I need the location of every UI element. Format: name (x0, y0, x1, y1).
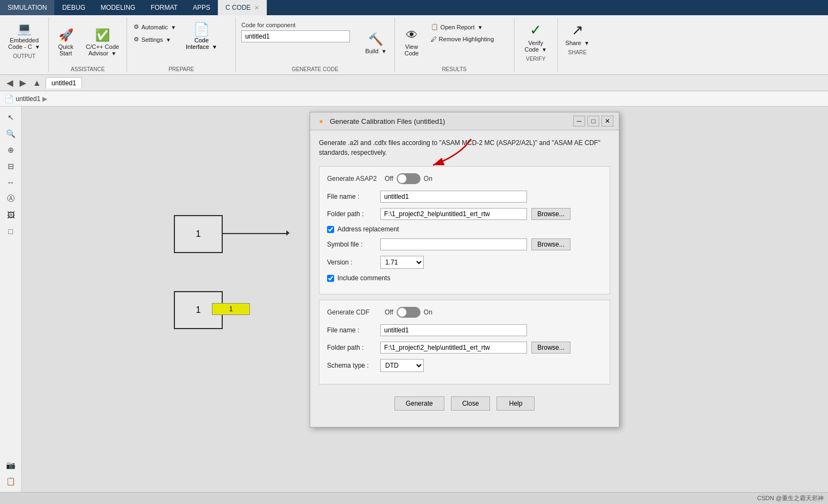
remove-highlighting-button[interactable]: 🖊 Remove Highlighting (428, 34, 498, 44)
share-button[interactable]: ↗ Share ▼ (561, 20, 594, 48)
close-dialog-button[interactable]: Close (451, 396, 491, 411)
modal-body: Generate .a2l and .cdfx files according … (310, 130, 619, 427)
address-replacement-checkbox[interactable] (327, 226, 334, 233)
menu-format[interactable]: FORMAT (143, 0, 185, 15)
build-button[interactable]: 🔨 Build ▼ (361, 20, 391, 65)
generate-code-group-label: GENERATE CODE (239, 66, 391, 72)
maximize-button[interactable]: □ (587, 116, 599, 127)
cdf-schema-type-row: Schema type : DTD XSD (327, 359, 602, 372)
share-label: Share ▼ (566, 40, 589, 46)
ribbon-group-output: 💻 EmbeddedCode - C ▼ OUTPUT (0, 17, 49, 72)
view-code-icon: 👁 (406, 28, 418, 42)
code-component-input[interactable] (241, 30, 350, 42)
breadcrumb-model-icon: 📄 (4, 94, 14, 103)
embedded-code-button[interactable]: 💻 EmbeddedCode - C ▼ (4, 20, 45, 52)
settings-label: Settings ▼ (141, 36, 171, 43)
automatic-button[interactable]: ⚙ Automatic ▼ (130, 22, 179, 32)
close-button[interactable]: ✕ (601, 116, 613, 127)
cdf-toggle-switch[interactable] (397, 307, 421, 318)
status-bar: CSDN @重生之霸天邪神 (0, 492, 828, 504)
code-component-section: Code for component (239, 20, 359, 65)
toolbar-btn-6[interactable]: Ⓐ (3, 192, 19, 205)
cdf-schema-type-select[interactable]: DTD XSD (380, 359, 424, 372)
cdf-folder-browse-button[interactable]: Browse... (531, 342, 570, 354)
up-button[interactable]: ▲ (30, 77, 43, 89)
toolbar-btn-bottom-1[interactable]: 📷 (3, 458, 19, 471)
verify-code-label: VerifyCode ▼ (524, 40, 547, 53)
settings-button[interactable]: ⚙ Settings ▼ (130, 34, 179, 45)
verify-code-button[interactable]: ✓ VerifyCode ▼ (520, 20, 551, 55)
include-comments-checkbox[interactable] (327, 275, 334, 282)
menu-c-code-label: C CODE (225, 4, 251, 11)
forward-button[interactable]: ▶ (17, 77, 28, 89)
back-button[interactable]: ◀ (4, 77, 15, 89)
generate-calibration-dialog: 🔸 Generate Calibration Files (untitled1)… (310, 112, 619, 427)
menu-debug[interactable]: DEBUG (54, 0, 93, 15)
code-interface-button[interactable]: 📄 CodeInterface ▼ (181, 20, 222, 65)
cdf-file-name-row: File name : (327, 324, 602, 336)
verify-group-label: VERIFY (526, 56, 545, 62)
quick-start-button[interactable]: 🚀 QuickStart (52, 20, 79, 65)
results-buttons: 👁 ViewCode 📋 Open Report ▼ 🖊 Remove High… (398, 20, 511, 65)
asap2-symbol-file-input[interactable] (380, 238, 527, 250)
toolbar-btn-1[interactable]: ↖ (3, 111, 19, 124)
view-code-label: ViewCode (404, 43, 418, 56)
asap2-symbol-browse-button[interactable]: Browse... (531, 238, 570, 250)
assistance-buttons: 🚀 QuickStart ✅ C/C++ CodeAdvisor ▼ (52, 20, 123, 65)
asap2-section: Generate ASAP2 Off On File name : (319, 166, 610, 294)
cdf-schema-type-label: Schema type : (327, 362, 376, 369)
modal-footer: Generate Close Help (319, 390, 610, 419)
prepare-buttons: ⚙ Automatic ▼ ⚙ Settings ▼ 📄 CodeInterfa… (130, 20, 232, 65)
open-report-label: Open Report ▼ (441, 24, 483, 30)
asap2-folder-path-input[interactable] (380, 208, 527, 220)
quick-start-label: QuickStart (58, 43, 73, 56)
menu-close-icon[interactable]: ✕ (254, 4, 259, 11)
address-replacement-label[interactable]: Address replacement (337, 225, 399, 233)
cdf-file-name-label: File name : (327, 326, 376, 334)
share-group-label: SHARE (568, 49, 587, 55)
menu-modeling[interactable]: MODELING (93, 0, 143, 15)
settings-icon: ⚙ (134, 36, 139, 43)
nav-tab-untitled1[interactable]: untitled1 (46, 77, 82, 89)
asap2-toggle-row: Generate ASAP2 Off On (327, 173, 602, 184)
prepare-group-label: PREPARE (130, 66, 232, 72)
breadcrumb-path[interactable]: untitled1 (16, 95, 40, 103)
toolbar-btn-4[interactable]: ⊟ (3, 160, 19, 173)
help-button[interactable]: Help (497, 396, 535, 411)
asap2-file-name-row: File name : (327, 191, 602, 203)
left-toolbar: ↖ 🔍 ⊕ ⊟ ↔ Ⓐ 🖼 □ 📷 📋 ⋯ (0, 106, 22, 504)
ribbon-group-results: 👁 ViewCode 📋 Open Report ▼ 🖊 Remove High… (395, 17, 515, 72)
cpp-advisor-button[interactable]: ✅ C/C++ CodeAdvisor ▼ (81, 20, 123, 65)
watermark-text: CSDN @重生之霸天邪神 (757, 494, 824, 502)
remove-highlighting-label: Remove Highlighting (439, 36, 494, 42)
menu-apps[interactable]: APPS (185, 0, 218, 15)
view-code-button[interactable]: 👁 ViewCode (398, 20, 425, 65)
toolbar-btn-bottom-2[interactable]: 📋 (3, 475, 19, 488)
cdf-file-name-input[interactable] (380, 324, 527, 336)
asap2-version-select[interactable]: 1.71 1.60 1.50 (380, 256, 424, 269)
canvas-area: 1 1 1 🔸 Generate Calibration Files (unti… (22, 106, 828, 504)
include-comments-label[interactable]: Include comments (337, 274, 390, 282)
asap2-toggle-switch[interactable] (397, 173, 421, 184)
menu-simulation[interactable]: SIMULATION (0, 0, 54, 15)
remove-highlighting-icon: 🖊 (431, 36, 437, 42)
asap2-on-label: On (424, 175, 432, 182)
toolbar-btn-2[interactable]: 🔍 (3, 127, 19, 140)
asap2-folder-browse-button[interactable]: Browse... (531, 208, 570, 220)
asap2-version-label: Version : (327, 259, 376, 266)
main-area: ↖ 🔍 ⊕ ⊟ ↔ Ⓐ 🖼 □ 📷 📋 ⋯ 1 1 1 (0, 106, 828, 504)
toolbar-btn-7[interactable]: 🖼 (3, 209, 19, 222)
menu-c-code[interactable]: C CODE ✕ (218, 0, 267, 15)
open-report-button[interactable]: 📋 Open Report ▼ (428, 22, 498, 32)
open-report-icon: 📋 (431, 23, 438, 30)
generate-button[interactable]: Generate (394, 396, 444, 411)
cpp-advisor-label: C/C++ CodeAdvisor ▼ (86, 43, 119, 56)
cdf-folder-path-input[interactable] (380, 342, 527, 354)
asap2-file-name-input[interactable] (380, 191, 527, 203)
toolbar-btn-5[interactable]: ↔ (3, 176, 19, 189)
minimize-button[interactable]: ─ (573, 116, 585, 127)
modal-titlebar: 🔸 Generate Calibration Files (untitled1)… (310, 112, 619, 130)
automatic-icon: ⚙ (134, 23, 139, 30)
toolbar-btn-8[interactable]: □ (3, 225, 19, 238)
toolbar-btn-3[interactable]: ⊕ (3, 143, 19, 156)
